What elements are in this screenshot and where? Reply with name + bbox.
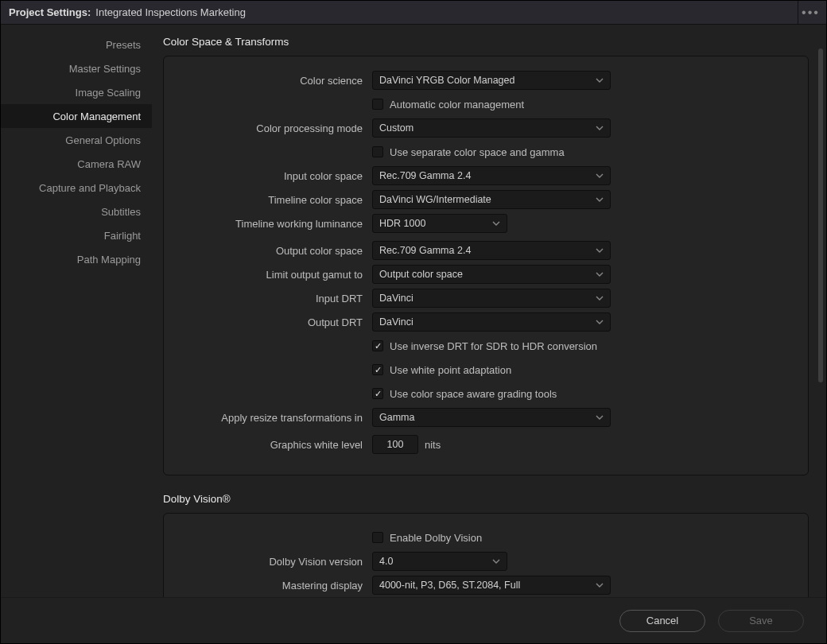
label-white-point-adaptation: Use white point adaptation [390,364,511,376]
sidebar-item-label: Master Settings [69,63,141,75]
sidebar-item-camera-raw[interactable]: Camera RAW [1,152,152,176]
footer: Cancel Save [1,597,826,643]
checkbox-cs-aware-grading[interactable] [372,388,383,399]
chevron-down-icon [596,294,604,302]
sidebar-item-label: Fairlight [104,230,141,242]
sidebar-item-image-scaling[interactable]: Image Scaling [1,80,152,104]
sidebar-item-general-options[interactable]: General Options [1,128,152,152]
panel-dolby: Enable Dolby Vision Dolby Vision version… [163,513,809,597]
dropdown-value: DaVinci YRGB Color Managed [379,75,514,86]
label-input-drt: Input DRT [178,293,372,305]
section-title-dolby: Dolby Vision® [163,493,809,505]
label-auto-color-management: Automatic color management [390,99,524,111]
panel-cst: Color science DaVinci YRGB Color Managed [163,56,809,475]
section-title-cst: Color Space & Transforms [163,36,809,48]
sidebar-item-capture-playback[interactable]: Capture and Playback [1,176,152,200]
dropdown-output-color-space[interactable]: Rec.709 Gamma 2.4 [372,241,611,260]
dropdown-dolby-version[interactable]: 4.0 [372,552,507,571]
label-output-color-space: Output color space [178,245,372,257]
chevron-down-icon [596,318,604,326]
label-mastering-display: Mastering display [178,580,372,592]
chevron-down-icon [596,124,604,132]
dropdown-limit-output-gamut[interactable]: Output color space [372,265,611,284]
sidebar-item-label: Subtitles [101,206,141,218]
sidebar-item-fairlight[interactable]: Fairlight [1,223,152,247]
label-timeline-color-space: Timeline color space [178,194,372,206]
chevron-down-icon [596,76,604,84]
dropdown-color-science[interactable]: DaVinci YRGB Color Managed [372,71,611,90]
dropdown-timeline-working-luminance[interactable]: HDR 1000 [372,214,507,233]
sidebar-item-label: Image Scaling [76,87,141,99]
sidebar-item-label: Color Management [52,111,141,122]
dropdown-mastering-display[interactable]: 4000-nit, P3, D65, ST.2084, Full [372,576,611,595]
dropdown-value: 4.0 [379,556,393,567]
dropdown-value: Output color space [379,269,463,280]
chevron-down-icon [596,172,604,180]
dropdown-value: Rec.709 Gamma 2.4 [379,170,471,181]
label-enable-dolby-vision: Enable Dolby Vision [390,532,482,544]
titlebar-project: Integrated Inspections Marketing [95,6,246,18]
chevron-down-icon [492,219,500,227]
titlebar-label: Project Settings: [9,6,91,18]
dropdown-output-drt[interactable]: DaVinci [372,312,611,332]
dropdown-value: HDR 1000 [379,218,425,229]
sidebar-item-color-management[interactable]: Color Management [1,104,152,128]
dropdown-input-drt[interactable]: DaVinci [372,289,611,308]
checkbox-inverse-drt[interactable] [372,340,383,351]
dropdown-input-color-space[interactable]: Rec.709 Gamma 2.4 [372,166,611,185]
sidebar-item-path-mapping[interactable]: Path Mapping [1,247,152,271]
sidebar-item-label: Camera RAW [77,158,141,170]
scrollbar-thumb[interactable] [818,48,823,382]
content-scroll[interactable]: Color Space & Transforms Color science D… [152,25,815,597]
label-output-drt: Output DRT [178,316,372,328]
chevron-down-icon [492,557,500,565]
dropdown-value: Gamma [379,412,414,423]
input-graphics-white-level[interactable] [372,435,418,454]
sidebar-item-label: Presets [106,39,141,51]
checkbox-white-point-adaptation[interactable] [372,364,383,375]
label-resize-transformations: Apply resize transformations in [178,412,372,424]
dropdown-value: DaVinci WG/Intermediate [379,194,491,205]
chevron-down-icon [596,196,604,204]
dropdown-timeline-color-space[interactable]: DaVinci WG/Intermediate [372,190,611,209]
titlebar: Project Settings: Integrated Inspections… [1,1,826,25]
label-timeline-working-luminance: Timeline working luminance [178,218,372,230]
sidebar-item-label: Capture and Playback [39,182,141,194]
dropdown-color-processing-mode[interactable]: Custom [372,118,611,138]
dropdown-value: DaVinci [379,293,414,304]
label-graphics-white-level: Graphics white level [178,439,372,451]
unit-nits: nits [425,439,441,451]
checkbox-enable-dolby-vision[interactable] [372,532,383,543]
sidebar-item-master-settings[interactable]: Master Settings [1,56,152,80]
dropdown-value: 4000-nit, P3, D65, ST.2084, Full [379,580,520,591]
label-inverse-drt: Use inverse DRT for SDR to HDR conversio… [390,340,597,352]
options-menu-icon[interactable]: ••• [798,1,818,24]
label-dolby-version: Dolby Vision version [178,556,372,568]
chevron-down-icon [596,270,604,278]
label-color-science: Color science [178,75,372,87]
label-input-color-space: Input color space [178,170,372,182]
chevron-down-icon [596,413,604,421]
sidebar-item-subtitles[interactable]: Subtitles [1,200,152,223]
label-cs-aware-grading: Use color space aware grading tools [390,388,557,400]
label-separate-cs-gamma: Use separate color space and gamma [390,146,565,158]
label-color-processing-mode: Color processing mode [178,122,372,134]
cancel-button[interactable]: Cancel [619,610,705,632]
dropdown-value: DaVinci [379,316,414,328]
project-settings-window: Project Settings: Integrated Inspections… [0,0,827,644]
sidebar-item-presets[interactable]: Presets [1,33,152,56]
scrollbar-track[interactable] [815,25,826,597]
dropdown-value: Custom [379,122,414,134]
chevron-down-icon [596,246,604,254]
dropdown-resize-transformations[interactable]: Gamma [372,408,611,427]
sidebar-item-label: General Options [65,134,141,146]
sidebar: Presets Master Settings Image Scaling Co… [1,25,152,597]
checkbox-auto-color-management[interactable] [372,99,383,110]
sidebar-item-label: Path Mapping [77,254,141,266]
chevron-down-icon [596,581,604,589]
save-button[interactable]: Save [718,610,804,632]
dropdown-value: Rec.709 Gamma 2.4 [379,245,471,256]
label-limit-output-gamut: Limit output gamut to [178,269,372,281]
checkbox-separate-cs-gamma[interactable] [372,146,383,157]
